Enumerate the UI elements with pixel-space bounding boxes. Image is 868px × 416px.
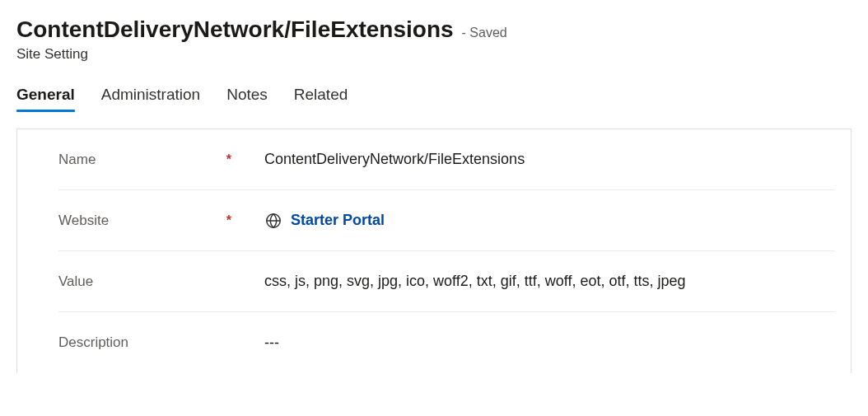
tab-bar: General Administration Notes Related	[16, 86, 852, 110]
field-value-website[interactable]: Starter Portal	[248, 212, 834, 230]
page-title: ContentDeliveryNetwork/FileExtensions	[16, 16, 454, 43]
field-label-value: Value	[58, 273, 93, 290]
saved-status: - Saved	[462, 26, 507, 40]
field-value-name[interactable]: ContentDeliveryNetwork/FileExtensions	[248, 151, 834, 168]
field-row-website: Website * Starter Portal	[58, 190, 834, 251]
tab-general[interactable]: General	[16, 86, 75, 110]
field-label-name: Name	[58, 152, 96, 168]
page-header: ContentDeliveryNetwork/FileExtensions - …	[16, 16, 852, 63]
required-indicator: *	[226, 213, 231, 228]
field-row-description: Description ---	[58, 312, 834, 373]
field-row-value: Value css, js, png, svg, jpg, ico, woff2…	[58, 251, 834, 312]
tab-administration[interactable]: Administration	[101, 86, 200, 110]
website-link[interactable]: Starter Portal	[291, 212, 385, 229]
tab-notes[interactable]: Notes	[226, 86, 268, 110]
globe-icon	[264, 212, 282, 230]
tab-related[interactable]: Related	[294, 86, 348, 110]
form-panel: Name * ContentDeliveryNetwork/FileExtens…	[16, 129, 852, 373]
field-value-description[interactable]: ---	[248, 334, 834, 352]
entity-type-label: Site Setting	[16, 46, 852, 63]
field-value-value[interactable]: css, js, png, svg, jpg, ico, woff2, txt,…	[248, 273, 834, 290]
field-label-website: Website	[58, 213, 109, 229]
field-label-description: Description	[58, 334, 128, 351]
field-row-name: Name * ContentDeliveryNetwork/FileExtens…	[58, 129, 834, 190]
required-indicator: *	[226, 152, 231, 167]
